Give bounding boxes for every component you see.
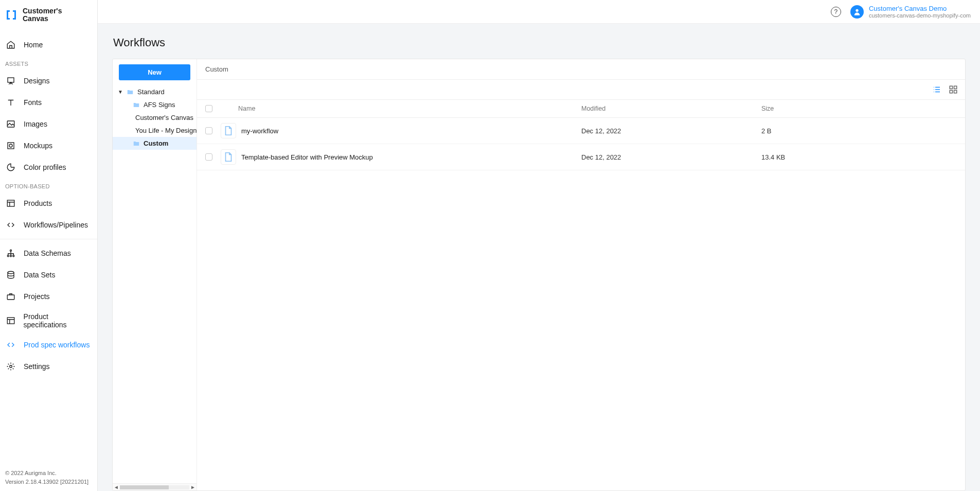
svg-rect-4 [7,200,14,206]
nav-designs[interactable]: Designs [0,70,97,92]
home-icon [5,39,16,50]
tree-scrollbar[interactable]: ◄ ► [113,483,197,490]
svg-rect-2 [8,143,14,149]
panel: New ▼StandardAFS SignsCustomer's CanvasY… [112,59,966,491]
svg-rect-10 [7,295,14,300]
table-header: Name Modified Size [197,100,965,118]
tree-item-label: AFS Signs [144,101,175,109]
nav-fonts[interactable]: Fonts [0,92,97,113]
user-tenant: customers-canvas-demo-myshopify-com [869,12,971,19]
col-header-name[interactable]: Name [221,105,581,112]
tree-root[interactable]: ▼Standard [113,85,197,98]
row-checkbox[interactable] [205,127,212,134]
nav-workflows-pipelines[interactable]: Workflows/Pipelines [0,214,97,236]
nav-images[interactable]: Images [0,113,97,135]
image-icon [5,118,16,130]
svg-rect-14 [950,86,952,89]
database-icon [5,269,16,280]
view-toolbar [197,80,965,100]
file-row[interactable]: Template-based Editor with Preview Mocku… [197,144,965,170]
svg-rect-0 [8,78,14,82]
palette-icon [5,162,16,173]
col-header-size[interactable]: Size [761,105,957,112]
tree-item[interactable]: Custom [113,137,197,150]
nav-settings[interactable]: Settings [0,356,97,377]
nav-images-label: Images [24,120,47,128]
file-name-cell: Template-based Editor with Preview Mocku… [221,149,581,165]
file-thumb [221,123,236,138]
copyright: © 2022 Aurigma Inc. [5,469,92,478]
nav-divider [0,239,97,239]
files-pane: Custom Name Modified Size [197,59,965,490]
scroll-right-icon[interactable]: ► [189,484,197,490]
nav-product-specifications-label: Product specifications [24,312,92,329]
schema-icon [5,248,16,259]
breadcrumb: Custom [197,59,965,80]
file-row[interactable]: my-workflowDec 12, 20222 B [197,118,965,144]
scroll-left-icon[interactable]: ◄ [113,484,120,490]
user-meta: Customer's Canvas Demo customers-canvas-… [869,5,971,19]
tree-item[interactable]: AFS Signs [113,98,197,111]
nav-products-label: Products [24,199,52,207]
nav-product-specifications[interactable]: Product specifications [0,307,97,334]
tree-item[interactable]: You Life - My Design [113,124,197,137]
avatar-icon [850,5,864,19]
nav-home[interactable]: Home [0,34,97,56]
svg-point-6 [7,255,9,257]
nav-color-profiles-label: Color profiles [24,163,66,171]
nav-projects[interactable]: Projects [0,286,97,307]
nav-fonts-label: Fonts [24,98,42,107]
nav-section-assets: ASSETS [0,56,97,70]
nav-data-schemas-label: Data Schemas [24,249,71,257]
nav-home-label: Home [24,41,43,49]
nav-data-sets[interactable]: Data Sets [0,264,97,286]
svg-point-3 [9,144,12,147]
nav-products[interactable]: Products [0,192,97,214]
grid-view-button[interactable] [948,84,959,95]
file-name: my-workflow [241,127,278,135]
file-modified: Dec 12, 2022 [581,153,761,161]
layout-icon [5,315,16,326]
file-name-cell: my-workflow [221,123,581,138]
file-icon [223,125,234,136]
svg-rect-16 [950,91,952,93]
nav-mockups[interactable]: Mockups [0,135,97,156]
brand-logo-icon [5,9,17,21]
sidebar: Customer's Canvas Home ASSETS Designs Fo… [0,0,98,491]
nav-data-schemas[interactable]: Data Schemas [0,242,97,264]
file-rows: my-workflowDec 12, 20222 BTemplate-based… [197,118,965,170]
svg-rect-17 [954,91,957,93]
nav-workflows-pipelines-label: Workflows/Pipelines [24,221,88,229]
brand-logo-area[interactable]: Customer's Canvas [0,0,97,31]
help-button[interactable]: ? [831,7,841,17]
svg-rect-15 [954,86,957,89]
chevron-down-icon: ▼ [118,89,123,95]
gear-icon [5,361,16,372]
col-header-modified[interactable]: Modified [581,105,761,112]
code-icon [5,339,16,350]
sidebar-footer: © 2022 Aurigma Inc. Version 2.18.4.13902… [0,464,97,491]
tree-item-label: You Life - My Design [135,127,197,134]
list-view-button[interactable] [931,84,942,95]
row-checkbox[interactable] [205,153,212,161]
page-title: Workflows [113,36,966,49]
tree-item[interactable]: Customer's Canvas [113,111,197,124]
nav-prod-spec-workflows[interactable]: Prod spec workflows [0,334,97,356]
svg-point-12 [10,365,12,368]
topbar: ? Customer's Canvas Demo customers-canva… [98,0,980,24]
svg-point-5 [10,250,12,251]
nav-projects-label: Projects [24,292,50,301]
user-menu[interactable]: Customer's Canvas Demo customers-canvas-… [850,5,971,19]
mockup-icon [5,140,16,151]
new-button[interactable]: New [119,64,190,80]
scroll-track[interactable] [120,485,189,489]
scroll-thumb[interactable] [120,485,169,489]
file-thumb [221,149,236,165]
text-icon [5,97,16,108]
nav-color-profiles[interactable]: Color profiles [0,156,97,178]
svg-point-8 [13,255,14,257]
list-icon [932,85,942,94]
nav-data-sets-label: Data Sets [24,271,55,279]
tree-item-label: Custom [144,139,168,147]
select-all-checkbox[interactable] [205,105,212,112]
